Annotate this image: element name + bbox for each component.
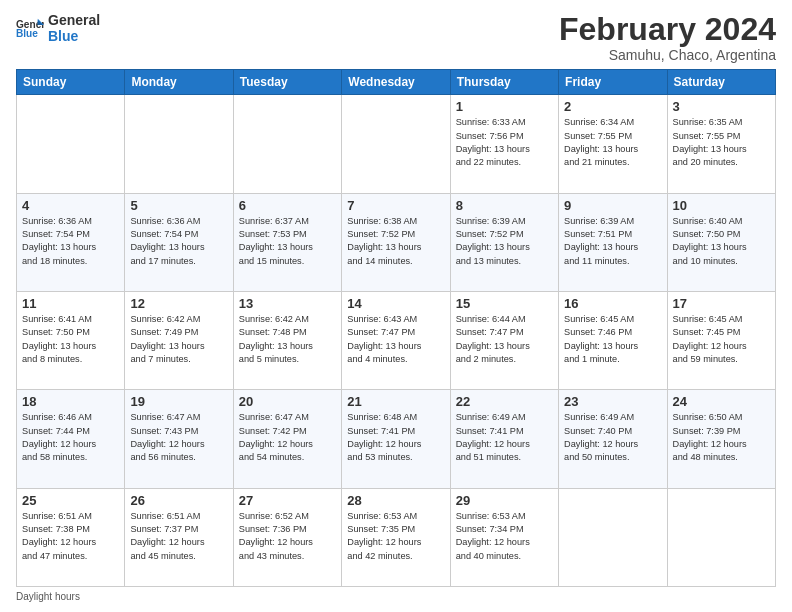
day-number: 11 (22, 296, 119, 311)
header-row: SundayMondayTuesdayWednesdayThursdayFrid… (17, 70, 776, 95)
calendar-cell: 29Sunrise: 6:53 AM Sunset: 7:34 PM Dayli… (450, 488, 558, 586)
day-info: Sunrise: 6:42 AM Sunset: 7:49 PM Dayligh… (130, 313, 227, 366)
calendar-header: SundayMondayTuesdayWednesdayThursdayFrid… (17, 70, 776, 95)
day-info: Sunrise: 6:37 AM Sunset: 7:53 PM Dayligh… (239, 215, 336, 268)
day-info: Sunrise: 6:47 AM Sunset: 7:42 PM Dayligh… (239, 411, 336, 464)
day-info: Sunrise: 6:33 AM Sunset: 7:56 PM Dayligh… (456, 116, 553, 169)
calendar-week-5: 25Sunrise: 6:51 AM Sunset: 7:38 PM Dayli… (17, 488, 776, 586)
calendar-cell: 20Sunrise: 6:47 AM Sunset: 7:42 PM Dayli… (233, 390, 341, 488)
calendar-cell: 2Sunrise: 6:34 AM Sunset: 7:55 PM Daylig… (559, 95, 667, 193)
header-cell-sunday: Sunday (17, 70, 125, 95)
day-number: 14 (347, 296, 444, 311)
footer-note: Daylight hours (16, 591, 776, 602)
day-info: Sunrise: 6:43 AM Sunset: 7:47 PM Dayligh… (347, 313, 444, 366)
day-info: Sunrise: 6:42 AM Sunset: 7:48 PM Dayligh… (239, 313, 336, 366)
calendar-week-4: 18Sunrise: 6:46 AM Sunset: 7:44 PM Dayli… (17, 390, 776, 488)
day-info: Sunrise: 6:41 AM Sunset: 7:50 PM Dayligh… (22, 313, 119, 366)
calendar-cell (125, 95, 233, 193)
calendar-cell: 10Sunrise: 6:40 AM Sunset: 7:50 PM Dayli… (667, 193, 775, 291)
calendar-cell: 1Sunrise: 6:33 AM Sunset: 7:56 PM Daylig… (450, 95, 558, 193)
title-block: February 2024 Samuhu, Chaco, Argentina (559, 12, 776, 63)
day-info: Sunrise: 6:49 AM Sunset: 7:40 PM Dayligh… (564, 411, 661, 464)
day-info: Sunrise: 6:39 AM Sunset: 7:51 PM Dayligh… (564, 215, 661, 268)
day-info: Sunrise: 6:48 AM Sunset: 7:41 PM Dayligh… (347, 411, 444, 464)
calendar-cell: 15Sunrise: 6:44 AM Sunset: 7:47 PM Dayli… (450, 291, 558, 389)
header-cell-monday: Monday (125, 70, 233, 95)
day-number: 7 (347, 198, 444, 213)
calendar-cell: 4Sunrise: 6:36 AM Sunset: 7:54 PM Daylig… (17, 193, 125, 291)
calendar-cell: 13Sunrise: 6:42 AM Sunset: 7:48 PM Dayli… (233, 291, 341, 389)
day-number: 17 (673, 296, 770, 311)
day-info: Sunrise: 6:39 AM Sunset: 7:52 PM Dayligh… (456, 215, 553, 268)
calendar-week-2: 4Sunrise: 6:36 AM Sunset: 7:54 PM Daylig… (17, 193, 776, 291)
day-number: 5 (130, 198, 227, 213)
calendar-cell: 26Sunrise: 6:51 AM Sunset: 7:37 PM Dayli… (125, 488, 233, 586)
day-number: 23 (564, 394, 661, 409)
calendar-cell: 22Sunrise: 6:49 AM Sunset: 7:41 PM Dayli… (450, 390, 558, 488)
calendar-cell: 11Sunrise: 6:41 AM Sunset: 7:50 PM Dayli… (17, 291, 125, 389)
calendar-cell: 9Sunrise: 6:39 AM Sunset: 7:51 PM Daylig… (559, 193, 667, 291)
page: General Blue General Blue February 2024 … (0, 0, 792, 612)
day-number: 16 (564, 296, 661, 311)
calendar-cell: 28Sunrise: 6:53 AM Sunset: 7:35 PM Dayli… (342, 488, 450, 586)
day-number: 19 (130, 394, 227, 409)
header-cell-tuesday: Tuesday (233, 70, 341, 95)
day-number: 29 (456, 493, 553, 508)
day-number: 28 (347, 493, 444, 508)
location: Samuhu, Chaco, Argentina (559, 47, 776, 63)
day-info: Sunrise: 6:36 AM Sunset: 7:54 PM Dayligh… (130, 215, 227, 268)
calendar-cell: 3Sunrise: 6:35 AM Sunset: 7:55 PM Daylig… (667, 95, 775, 193)
day-number: 27 (239, 493, 336, 508)
day-number: 1 (456, 99, 553, 114)
day-info: Sunrise: 6:34 AM Sunset: 7:55 PM Dayligh… (564, 116, 661, 169)
day-info: Sunrise: 6:38 AM Sunset: 7:52 PM Dayligh… (347, 215, 444, 268)
header-cell-wednesday: Wednesday (342, 70, 450, 95)
calendar-body: 1Sunrise: 6:33 AM Sunset: 7:56 PM Daylig… (17, 95, 776, 587)
day-info: Sunrise: 6:53 AM Sunset: 7:34 PM Dayligh… (456, 510, 553, 563)
logo: General Blue General Blue (16, 12, 100, 44)
day-number: 15 (456, 296, 553, 311)
day-info: Sunrise: 6:50 AM Sunset: 7:39 PM Dayligh… (673, 411, 770, 464)
day-info: Sunrise: 6:35 AM Sunset: 7:55 PM Dayligh… (673, 116, 770, 169)
calendar-cell: 5Sunrise: 6:36 AM Sunset: 7:54 PM Daylig… (125, 193, 233, 291)
calendar-cell: 19Sunrise: 6:47 AM Sunset: 7:43 PM Dayli… (125, 390, 233, 488)
day-number: 9 (564, 198, 661, 213)
svg-text:Blue: Blue (16, 28, 38, 39)
header-cell-friday: Friday (559, 70, 667, 95)
header-cell-thursday: Thursday (450, 70, 558, 95)
header: General Blue General Blue February 2024 … (16, 12, 776, 63)
day-number: 25 (22, 493, 119, 508)
day-number: 24 (673, 394, 770, 409)
logo-text-general: General (48, 12, 100, 28)
day-info: Sunrise: 6:44 AM Sunset: 7:47 PM Dayligh… (456, 313, 553, 366)
month-title: February 2024 (559, 12, 776, 47)
logo-icon: General Blue (16, 17, 44, 39)
day-info: Sunrise: 6:51 AM Sunset: 7:38 PM Dayligh… (22, 510, 119, 563)
calendar-week-1: 1Sunrise: 6:33 AM Sunset: 7:56 PM Daylig… (17, 95, 776, 193)
calendar-cell (342, 95, 450, 193)
calendar-cell: 21Sunrise: 6:48 AM Sunset: 7:41 PM Dayli… (342, 390, 450, 488)
day-info: Sunrise: 6:47 AM Sunset: 7:43 PM Dayligh… (130, 411, 227, 464)
day-info: Sunrise: 6:49 AM Sunset: 7:41 PM Dayligh… (456, 411, 553, 464)
calendar-cell: 25Sunrise: 6:51 AM Sunset: 7:38 PM Dayli… (17, 488, 125, 586)
calendar-cell (233, 95, 341, 193)
day-number: 8 (456, 198, 553, 213)
day-info: Sunrise: 6:45 AM Sunset: 7:45 PM Dayligh… (673, 313, 770, 366)
calendar-cell: 18Sunrise: 6:46 AM Sunset: 7:44 PM Dayli… (17, 390, 125, 488)
day-info: Sunrise: 6:45 AM Sunset: 7:46 PM Dayligh… (564, 313, 661, 366)
calendar-cell: 16Sunrise: 6:45 AM Sunset: 7:46 PM Dayli… (559, 291, 667, 389)
calendar-cell: 24Sunrise: 6:50 AM Sunset: 7:39 PM Dayli… (667, 390, 775, 488)
day-info: Sunrise: 6:40 AM Sunset: 7:50 PM Dayligh… (673, 215, 770, 268)
calendar-cell: 14Sunrise: 6:43 AM Sunset: 7:47 PM Dayli… (342, 291, 450, 389)
day-info: Sunrise: 6:46 AM Sunset: 7:44 PM Dayligh… (22, 411, 119, 464)
calendar-cell: 17Sunrise: 6:45 AM Sunset: 7:45 PM Dayli… (667, 291, 775, 389)
day-number: 22 (456, 394, 553, 409)
day-number: 6 (239, 198, 336, 213)
day-number: 4 (22, 198, 119, 213)
calendar-table: SundayMondayTuesdayWednesdayThursdayFrid… (16, 69, 776, 587)
header-cell-saturday: Saturday (667, 70, 775, 95)
day-info: Sunrise: 6:53 AM Sunset: 7:35 PM Dayligh… (347, 510, 444, 563)
calendar-week-3: 11Sunrise: 6:41 AM Sunset: 7:50 PM Dayli… (17, 291, 776, 389)
calendar-cell: 6Sunrise: 6:37 AM Sunset: 7:53 PM Daylig… (233, 193, 341, 291)
calendar-cell: 7Sunrise: 6:38 AM Sunset: 7:52 PM Daylig… (342, 193, 450, 291)
